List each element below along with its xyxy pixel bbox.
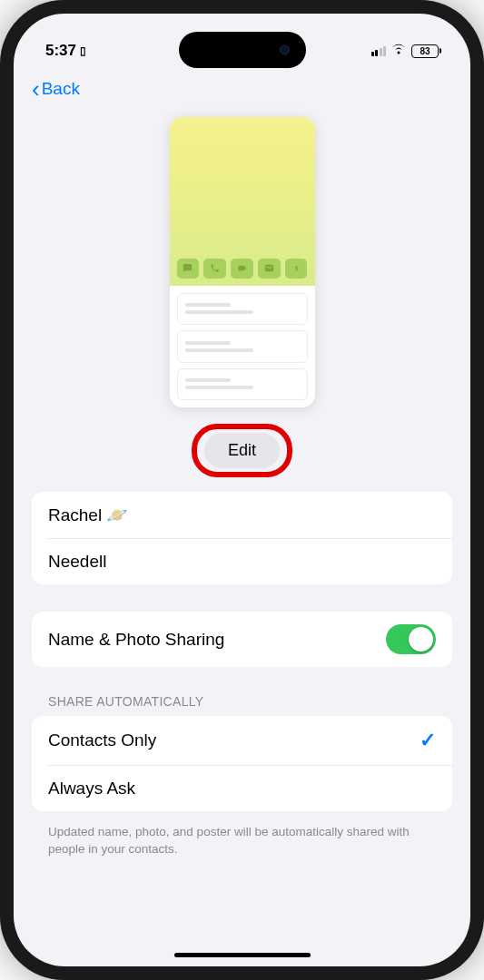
back-button[interactable]: ‹ Back <box>14 68 470 108</box>
last-name-value: Needell <box>48 552 106 572</box>
svg-text:$: $ <box>294 265 298 272</box>
portrait-lock-icon: ▯ <box>80 44 86 57</box>
signal-icon <box>371 46 387 56</box>
pay-icon: $ <box>285 259 308 279</box>
status-time: 5:37 <box>45 42 76 60</box>
share-auto-header: SHARE AUTOMATICALLY <box>32 694 452 716</box>
edit-button[interactable]: Edit <box>204 433 280 468</box>
silent-switch <box>0 163 2 200</box>
chevron-left-icon: ‹ <box>32 77 40 101</box>
home-indicator[interactable] <box>174 953 311 957</box>
sharing-card: Name & Photo Sharing <box>32 612 452 667</box>
checkmark-icon: ✓ <box>420 729 436 752</box>
dynamic-island <box>179 32 306 68</box>
sharing-label: Name & Photo Sharing <box>48 630 224 650</box>
mail-icon <box>258 259 281 279</box>
poster-gradient: $ <box>170 117 315 286</box>
call-icon <box>203 259 226 279</box>
first-name-value: Rachel 🪐 <box>48 505 128 525</box>
option-label: Always Ask <box>48 779 135 799</box>
share-auto-card: Contacts Only ✓ Always Ask <box>32 716 452 811</box>
back-label: Back <box>42 79 80 99</box>
share-auto-footer: Updated name, photo, and poster will be … <box>32 817 452 858</box>
volume-up <box>0 227 2 290</box>
poster-action-row: $ <box>177 259 308 279</box>
contact-poster-preview[interactable]: $ <box>170 117 315 407</box>
volume-down <box>0 309 2 372</box>
option-always-ask[interactable]: Always Ask <box>32 766 452 811</box>
video-icon <box>231 259 253 279</box>
first-name-field[interactable]: Rachel 🪐 <box>32 492 452 538</box>
device-frame: 5:37 ▯ 83 ‹ Back <box>0 0 484 980</box>
sharing-toggle-row[interactable]: Name & Photo Sharing <box>32 612 452 667</box>
edit-label: Edit <box>228 441 256 459</box>
message-icon <box>177 259 200 279</box>
last-name-field[interactable]: Needell <box>32 539 452 584</box>
option-label: Contacts Only <box>48 730 156 750</box>
sharing-toggle[interactable] <box>386 624 436 654</box>
poster-info-rows <box>170 286 315 407</box>
wifi-icon <box>390 43 407 59</box>
screen: 5:37 ▯ 83 ‹ Back <box>14 14 470 966</box>
option-contacts-only[interactable]: Contacts Only ✓ <box>32 716 452 765</box>
battery-icon: 83 <box>411 44 439 58</box>
name-card: Rachel 🪐 Needell <box>32 492 452 584</box>
